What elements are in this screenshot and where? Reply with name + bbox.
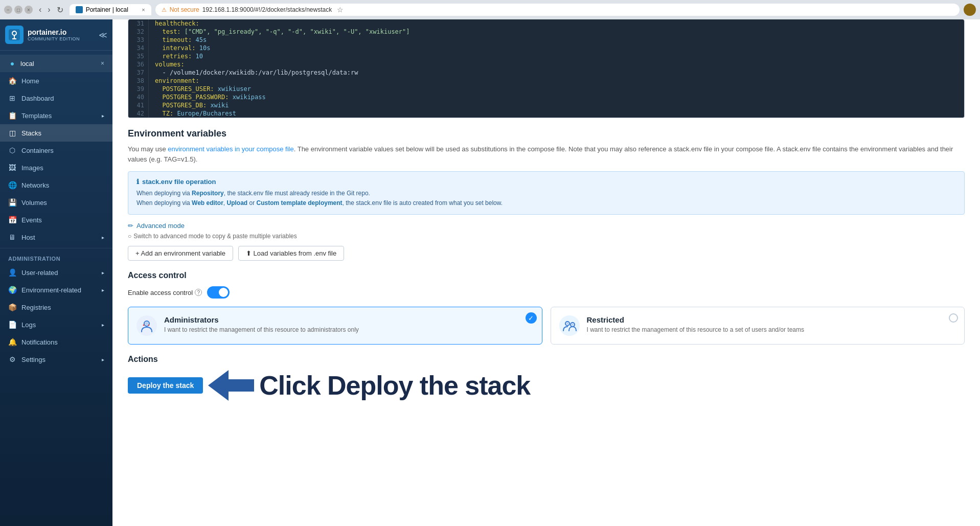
access-control-title: Access control: [128, 271, 965, 280]
restricted-card-text: Restricted I want to restrict the manage…: [587, 315, 805, 333]
sidebar-header: portainer.io COMMUNITY EDITION ≪: [0, 19, 112, 51]
code-line-37: 37 - /volume1/docker/xwikidb:/var/lib/po…: [128, 68, 964, 77]
environment-related-icon: 🌍: [8, 286, 16, 294]
code-line-41: 41 POSTGRES_DB: xwiki: [128, 101, 964, 109]
enable-access-row: Enable access control ?: [128, 286, 965, 299]
admin-section-title: Administration: [0, 250, 112, 264]
nav-buttons[interactable]: ‹ › ↻: [37, 4, 65, 16]
advanced-mode-sub: ○ Switch to advanced mode to copy & past…: [128, 233, 965, 240]
info-web-editor-link[interactable]: Web editor: [192, 199, 223, 207]
restricted-card-icon: [559, 315, 580, 336]
enable-help-icon[interactable]: ?: [195, 289, 202, 296]
compose-code-block[interactable]: 31 healthcheck: 32 test: ["CMD", "pg_isr…: [128, 19, 965, 118]
access-card-restricted[interactable]: Restricted I want to restrict the manage…: [551, 307, 965, 345]
sidebar-item-host[interactable]: 🖥 Host ▸: [0, 228, 112, 246]
containers-icon: ⬡: [8, 146, 16, 154]
code-line-36: 36 volumes:: [128, 60, 964, 68]
advanced-mode-link[interactable]: Advanced mode: [136, 222, 185, 230]
sidebar-item-environment-related[interactable]: 🌍 Environment-related ▸: [0, 281, 112, 299]
sidebar-label-logs: Logs: [21, 321, 97, 329]
env-dot-icon: ●: [8, 59, 16, 67]
sidebar-item-settings[interactable]: ⚙ Settings ▸: [0, 351, 112, 368]
events-icon: 📅: [8, 216, 16, 224]
minimize-btn[interactable]: −: [4, 6, 12, 14]
sidebar-item-registries[interactable]: 📦 Registries: [0, 299, 112, 316]
sidebar-label-events: Events: [21, 216, 104, 224]
code-line-31: 31 healthcheck:: [128, 19, 964, 28]
back-btn[interactable]: ‹: [37, 4, 43, 16]
sidebar-label-containers: Containers: [21, 147, 104, 154]
env-info-box: ℹ stack.env file operation When deployin…: [128, 171, 965, 215]
sidebar-item-images[interactable]: 🖼 Images: [0, 159, 112, 176]
sidebar-logo: portainer.io COMMUNITY EDITION: [5, 26, 80, 44]
sidebar-item-containers[interactable]: ⬡ Containers: [0, 142, 112, 159]
sidebar-label-volumes: Volumes: [21, 199, 104, 207]
deploy-stack-btn[interactable]: Deploy the stack: [128, 377, 203, 394]
logs-icon: 📄: [8, 321, 16, 329]
svg-point-5: [145, 322, 148, 325]
info-template-link[interactable]: Custom template deployment: [257, 199, 343, 207]
app-body: portainer.io COMMUNITY EDITION ≪ ● local…: [0, 19, 980, 526]
sidebar-label-templates: Templates: [21, 112, 97, 120]
env-compose-link[interactable]: environment variables in your compose fi…: [168, 145, 293, 153]
info-upload-link[interactable]: Upload: [227, 199, 248, 207]
templates-arrow-icon: ▸: [102, 113, 104, 119]
forward-btn[interactable]: ›: [45, 4, 52, 16]
dashboard-icon: ⊞: [8, 94, 16, 102]
browser-chrome: − □ × ‹ › ↻ Portainer | local × ⚠ Not se…: [0, 0, 980, 19]
admin-card-desc: I want to restrict the management of thi…: [164, 326, 359, 333]
sidebar-item-networks[interactable]: 🌐 Networks: [0, 176, 112, 194]
admin-card-text: Administrators I want to restrict the ma…: [164, 315, 359, 333]
tab-close-btn[interactable]: ×: [142, 7, 145, 13]
info-icon: ℹ: [136, 178, 139, 186]
close-btn[interactable]: ×: [25, 6, 33, 14]
sidebar-item-events[interactable]: 📅 Events: [0, 211, 112, 228]
enable-label: Enable access control ?: [128, 289, 202, 296]
enable-access-toggle[interactable]: [207, 286, 230, 299]
address-bar[interactable]: ⚠ Not secure 192.168.1.18:9000/#!/2/dock…: [155, 4, 960, 16]
advanced-mode-row: ✏ Advanced mode: [128, 222, 965, 230]
load-env-file-btn[interactable]: ⬆ Load variables from .env file: [238, 246, 344, 261]
arrow-annotation: [208, 370, 254, 401]
security-icon: ⚠: [162, 7, 167, 13]
environment-related-arrow-icon: ▸: [102, 287, 104, 293]
info-line-1: When deploying via Repository, the stack…: [136, 189, 956, 198]
add-env-var-btn[interactable]: + Add an environment variable: [128, 246, 233, 261]
sidebar-item-logs[interactable]: 📄 Logs ▸: [0, 316, 112, 333]
profile-avatar[interactable]: [964, 4, 976, 16]
window-controls[interactable]: − □ ×: [4, 6, 33, 14]
svg-point-13: [572, 324, 574, 326]
info-repo-link[interactable]: Repository: [192, 190, 224, 197]
sidebar-item-templates[interactable]: 📋 Templates ▸: [0, 107, 112, 124]
main-content: 31 healthcheck: 32 test: ["CMD", "pg_isr…: [112, 19, 980, 526]
sidebar-nav: ● local × 🏠 Home ⊞ Dashboard 📋 Templates…: [0, 51, 112, 526]
admin-card-check: ✓: [526, 312, 537, 324]
env-close-btn[interactable]: ×: [101, 60, 104, 67]
sidebar-env-item[interactable]: ● local ×: [0, 55, 112, 72]
info-line-2: When deploying via Web editor, Upload or…: [136, 198, 956, 208]
stacks-icon: ◫: [8, 129, 16, 137]
host-arrow-icon: ▸: [102, 235, 104, 240]
browser-tab[interactable]: Portainer | local ×: [70, 4, 151, 15]
logs-arrow-icon: ▸: [102, 322, 104, 328]
sidebar-collapse-btn[interactable]: ≪: [99, 30, 107, 40]
sidebar-item-dashboard[interactable]: ⊞ Dashboard: [0, 89, 112, 107]
tab-bar: Portainer | local ×: [70, 4, 151, 15]
maximize-btn[interactable]: □: [14, 6, 22, 14]
bookmark-btn[interactable]: ☆: [337, 6, 344, 14]
sidebar-label-registries: Registries: [21, 304, 104, 311]
restricted-card-desc: I want to restrict the management of thi…: [587, 326, 805, 333]
tab-title: Portainer | local: [86, 6, 128, 13]
access-card-administrators[interactable]: Administrators I want to restrict the ma…: [128, 307, 542, 345]
sidebar-item-user-related[interactable]: 👤 User-related ▸: [0, 264, 112, 281]
user-related-arrow-icon: ▸: [102, 270, 104, 276]
content-area: 31 healthcheck: 32 test: ["CMD", "pg_isr…: [112, 19, 980, 416]
sidebar-item-home[interactable]: 🏠 Home: [0, 72, 112, 89]
sidebar-item-stacks[interactable]: ◫ Stacks: [0, 124, 112, 142]
access-cards-container: Administrators I want to restrict the ma…: [128, 307, 965, 345]
code-line-35: 35 retries: 10: [128, 52, 964, 60]
sidebar-item-volumes[interactable]: 💾 Volumes: [0, 194, 112, 211]
sidebar-label-images: Images: [21, 164, 104, 172]
sidebar-item-notifications[interactable]: 🔔 Notifications: [0, 333, 112, 351]
reload-btn[interactable]: ↻: [55, 4, 65, 16]
